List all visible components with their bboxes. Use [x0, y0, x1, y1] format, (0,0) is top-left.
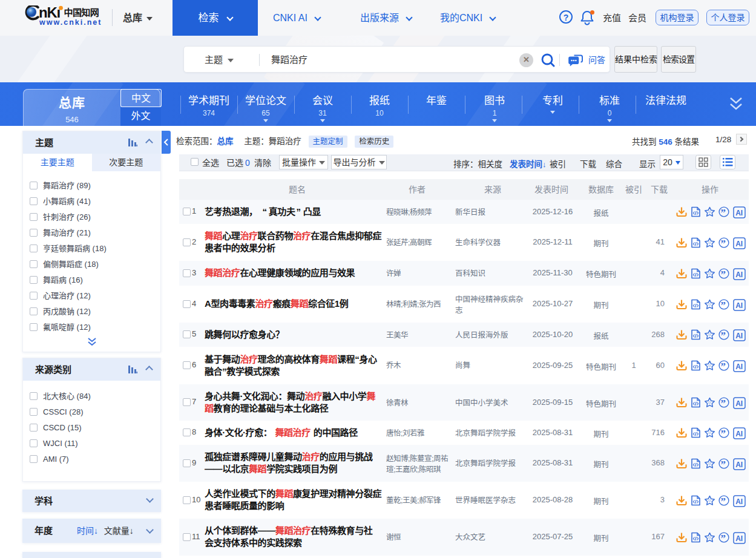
svg-text:中国知网: 中国知网: [64, 7, 99, 18]
svg-text:”: ”: [721, 398, 726, 409]
svg-text:”: ”: [721, 496, 726, 507]
svg-text:AI: AI: [735, 399, 743, 408]
svg-text:AI: AI: [735, 534, 743, 543]
svg-text:”: ”: [721, 207, 726, 218]
svg-text:”: ”: [721, 330, 726, 341]
svg-text:”: ”: [721, 428, 726, 439]
svg-text:”: ”: [721, 459, 726, 470]
svg-text:”: ”: [721, 238, 726, 249]
svg-text:”: ”: [721, 300, 726, 310]
svg-text:AI: AI: [735, 271, 743, 279]
svg-text:AI: AI: [735, 209, 743, 217]
svg-text:AI: AI: [735, 332, 743, 340]
svg-text:www.cnki.net: www.cnki.net: [39, 18, 102, 26]
svg-text:AI: AI: [735, 301, 743, 310]
svg-text:”: ”: [721, 361, 726, 372]
svg-text:”: ”: [721, 533, 726, 543]
svg-text:AI: AI: [735, 240, 743, 248]
svg-text:AI: AI: [735, 461, 743, 469]
svg-text:AI: AI: [735, 363, 743, 371]
svg-text:”: ”: [721, 269, 726, 280]
svg-text:AI: AI: [735, 430, 743, 438]
svg-text:AI: AI: [735, 497, 743, 506]
